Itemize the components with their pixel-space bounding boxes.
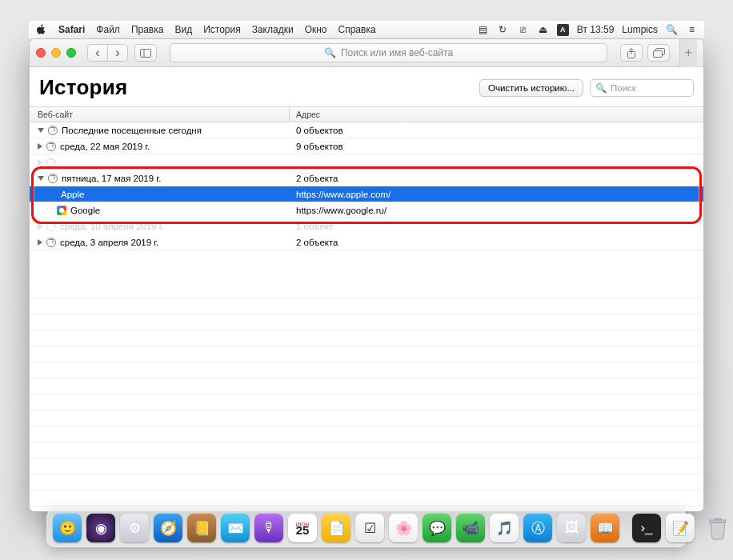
- dock-messages-icon[interactable]: 💬: [423, 514, 451, 542]
- history-group-count: 1 объект: [290, 222, 703, 231]
- history-group-count: 0 объектов: [290, 126, 703, 135]
- menubar-app-name[interactable]: Safari: [58, 24, 85, 35]
- history-group[interactable]: Последние посещенные сегодня0 объектов: [30, 122, 703, 138]
- svg-rect-0: [141, 49, 151, 57]
- window-titlebar: ‹ › 🔍 Поиск или имя веб-сайта +: [30, 39, 703, 67]
- url-placeholder: Поиск или имя веб-сайта: [341, 47, 453, 58]
- new-tab-button[interactable]: +: [679, 39, 697, 67]
- back-button[interactable]: ‹: [87, 44, 108, 62]
- tabs-button[interactable]: [647, 44, 670, 62]
- clock-icon: [48, 126, 58, 135]
- dock-notes-icon[interactable]: 📄: [322, 514, 350, 542]
- disclosure-down-icon[interactable]: [38, 128, 44, 133]
- url-bar[interactable]: 🔍 Поиск или имя веб-сайта: [170, 43, 607, 62]
- disclosure-right-icon[interactable]: [38, 239, 42, 246]
- menu-edit[interactable]: Правка: [131, 24, 164, 35]
- dock-siri-icon[interactable]: ◉: [86, 514, 115, 542]
- dock-podcasts-icon[interactable]: 🎙: [254, 514, 283, 542]
- clock-icon: [46, 222, 56, 231]
- menubar: Safari Файл Правка Вид История Закладки …: [29, 21, 704, 38]
- disclosure-right-icon[interactable]: [38, 223, 42, 230]
- history-group-label: пятница, 17 мая 2019 г.: [62, 174, 161, 183]
- close-window-button[interactable]: [36, 48, 46, 58]
- dock-mail-icon[interactable]: ✉️: [221, 514, 250, 542]
- menu-window[interactable]: Окно: [305, 24, 327, 35]
- sidebar-button[interactable]: [134, 44, 157, 62]
- history-group-count: 9 объектов: [290, 142, 703, 151]
- dock: 🙂 ◉ ⚙ 🧭 📒 ✉️ 🎙 ИЮН25 📄 ☑︎ 🌸 💬 📹 🎵 Ⓐ 🖼 📖 …: [46, 509, 687, 547]
- disk-icon[interactable]: ▤: [477, 24, 489, 36]
- history-group[interactable]: среда, 10 апреля 2019 г.1 объект: [30, 218, 703, 234]
- dock-safari-icon[interactable]: 🧭: [154, 514, 182, 542]
- share-button[interactable]: [620, 44, 643, 62]
- menubar-clock[interactable]: Вт 13:59: [577, 24, 614, 35]
- column-website[interactable]: Веб-сайт: [30, 107, 290, 122]
- menu-bookmarks[interactable]: Закладки: [252, 24, 294, 35]
- dock-finder-icon[interactable]: 🙂: [53, 514, 82, 542]
- clock-icon: [46, 142, 56, 151]
- clock-icon: [48, 174, 58, 183]
- history-group-label: Последние посещенные сегодня: [62, 126, 202, 135]
- column-address[interactable]: Адрес: [290, 107, 703, 122]
- history-group[interactable]: среда, 22 мая 2019 г.9 объектов: [30, 138, 703, 154]
- forward-button[interactable]: ›: [107, 44, 128, 62]
- history-group-count: 2 объекта: [290, 174, 703, 183]
- history-entry-url: https://www.google.ru/: [290, 206, 703, 215]
- history-entry[interactable]: Googlehttps://www.google.ru/: [30, 202, 703, 218]
- dock-preview-icon[interactable]: 🖼: [557, 514, 586, 542]
- clear-history-button[interactable]: Очистить историю...: [479, 79, 583, 97]
- menu-help[interactable]: Справка: [338, 24, 376, 35]
- history-group-label: среда, 22 мая 2019 г.: [60, 142, 150, 151]
- timemachine-icon[interactable]: ↻: [497, 24, 509, 36]
- column-headers: Веб-сайт Адрес: [30, 106, 703, 122]
- menubar-user[interactable]: Lumpics: [622, 24, 658, 35]
- notification-center-icon[interactable]: ≡: [686, 24, 698, 36]
- minimize-window-button[interactable]: [51, 48, 61, 58]
- menu-view[interactable]: Вид: [174, 24, 192, 35]
- history-entry-title: Apple: [61, 190, 84, 199]
- search-icon: 🔍: [595, 82, 607, 94]
- dock-calendar-icon[interactable]: ИЮН25: [288, 514, 317, 542]
- history-search-field[interactable]: 🔍 Поиск: [590, 79, 694, 97]
- disclosure-right-icon[interactable]: [38, 159, 42, 166]
- dock-textedit-icon[interactable]: 📝: [666, 514, 695, 542]
- history-group-label: среда, 3 апреля 2019 г.: [60, 238, 158, 247]
- history-entry[interactable]: Applehttps://www.apple.com/: [30, 186, 703, 202]
- keyboard-layout-icon[interactable]: А: [557, 24, 569, 36]
- dock-terminal-icon[interactable]: ›_: [632, 514, 661, 542]
- dock-facetime-icon[interactable]: 📹: [456, 514, 485, 542]
- eject-icon[interactable]: ⏏: [537, 24, 549, 36]
- search-placeholder: Поиск: [611, 83, 636, 93]
- history-group-label: среда, 10 апреля 2019 г.: [60, 222, 164, 231]
- history-entry-title: Google: [70, 206, 100, 215]
- disclosure-right-icon[interactable]: [38, 143, 42, 150]
- dock-appstore-icon[interactable]: Ⓐ: [523, 514, 552, 542]
- clock-icon: [46, 238, 56, 247]
- display-icon[interactable]: ⎚: [517, 24, 529, 36]
- search-icon: 🔍: [324, 47, 336, 58]
- spotlight-icon[interactable]: 🔍: [666, 24, 678, 36]
- dock-trash-icon[interactable]: [707, 514, 728, 542]
- dock-settings-icon[interactable]: ⚙: [120, 514, 149, 542]
- clock-icon: [46, 158, 56, 167]
- dock-photos-icon[interactable]: 🌸: [389, 514, 418, 542]
- dock-reminders-icon[interactable]: ☑︎: [355, 514, 384, 542]
- menu-file[interactable]: Файл: [96, 24, 120, 35]
- google-favicon-icon: [57, 206, 66, 215]
- dock-books-icon[interactable]: 📖: [591, 514, 619, 542]
- history-group[interactable]: [30, 154, 703, 170]
- zoom-window-button[interactable]: [66, 48, 76, 58]
- disclosure-down-icon[interactable]: [38, 176, 44, 181]
- dock-music-icon[interactable]: 🎵: [490, 514, 519, 542]
- history-group[interactable]: пятница, 17 мая 2019 г.2 объекта: [30, 170, 703, 186]
- history-group[interactable]: среда, 3 апреля 2019 г.2 объекта: [30, 234, 703, 250]
- history-group-count: 2 объекта: [290, 238, 703, 247]
- page-title: История: [39, 75, 128, 100]
- safari-window: ‹ › 🔍 Поиск или имя веб-сайта + История …: [29, 38, 704, 512]
- dock-contacts-icon[interactable]: 📒: [187, 514, 216, 542]
- apple-logo-icon[interactable]: [35, 24, 47, 36]
- menu-history[interactable]: История: [203, 24, 241, 35]
- history-entry-url: https://www.apple.com/: [290, 190, 703, 199]
- svg-rect-4: [653, 51, 662, 58]
